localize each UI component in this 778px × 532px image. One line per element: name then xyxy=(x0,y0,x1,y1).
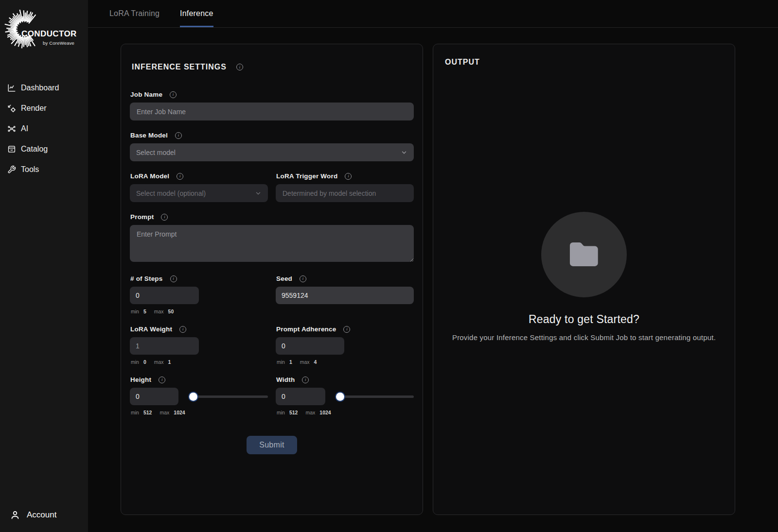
lora-model-info-icon[interactable]: i xyxy=(177,173,183,180)
chevron-down-icon xyxy=(401,149,407,156)
seed-label: Seed xyxy=(276,275,292,282)
folder-icon xyxy=(564,235,604,275)
sidebar-item-label: Render xyxy=(21,104,46,113)
height-info-icon[interactable]: i xyxy=(159,377,165,383)
steps-minmax: min 5 max 50 xyxy=(130,309,268,314)
height-max-value: 1024 xyxy=(174,410,185,415)
max-label: max xyxy=(305,410,315,415)
settings-form: Job Name i Base Model i Select model xyxy=(130,91,414,454)
max-label: max xyxy=(154,309,164,314)
lora-trigger-word-input[interactable] xyxy=(276,184,414,202)
sidebar-item-label: Catalog xyxy=(21,145,48,154)
sidebar-item-catalog[interactable]: Catalog xyxy=(0,139,88,159)
base-model-info-icon[interactable]: i xyxy=(175,132,182,139)
prompt-adherence-info-icon[interactable]: i xyxy=(343,326,350,333)
base-model-select[interactable]: Select model xyxy=(130,143,414,161)
account-button[interactable]: Account xyxy=(0,501,88,532)
height-slider-track[interactable] xyxy=(189,395,268,398)
sidebar-item-tools[interactable]: Tools xyxy=(0,159,88,180)
min-label: min xyxy=(277,359,285,365)
steps-input[interactable] xyxy=(130,287,199,304)
width-slider-handle[interactable] xyxy=(336,393,344,401)
sidebar-item-label: Tools xyxy=(21,165,39,174)
main-area: LoRA Training Inference INFERENCE SETTIN… xyxy=(88,0,778,532)
logo-subtitle: by CoreWeave xyxy=(43,40,77,46)
width-input[interactable] xyxy=(276,388,325,405)
min-label: min xyxy=(277,410,285,415)
prompt-adherence-minmax: min 1 max 4 xyxy=(276,359,414,365)
lora-model-select-value: Select model (optional) xyxy=(136,189,206,197)
steps-min-value: 5 xyxy=(143,309,146,314)
lora-trigger-word-label: LoRA Trigger Word xyxy=(276,172,337,180)
conductor-logo: CONDUCTOR by CoreWeave xyxy=(0,0,88,67)
height-min-value: 512 xyxy=(143,410,152,415)
width-max-value: 1024 xyxy=(319,410,331,415)
account-label: Account xyxy=(27,510,56,520)
height-slider-handle[interactable] xyxy=(189,393,197,401)
steps-label: # of Steps xyxy=(130,275,163,282)
sidebar-item-label: AI xyxy=(21,124,28,133)
sidebar-nav: Dashboard Render AI Catalog Tools xyxy=(0,78,88,180)
lora-weight-min-value: 0 xyxy=(143,359,146,365)
max-label: max xyxy=(159,410,169,415)
min-label: min xyxy=(131,410,139,415)
steps-max-value: 50 xyxy=(168,309,174,314)
sidebar-item-ai[interactable]: AI xyxy=(0,119,88,139)
width-slider[interactable] xyxy=(336,392,414,401)
min-label: min xyxy=(131,309,139,314)
lora-model-select[interactable]: Select model (optional) xyxy=(130,184,268,202)
width-minmax: min 512 max 1024 xyxy=(276,410,414,415)
lora-model-label: LoRA Model xyxy=(130,172,169,180)
account-person-icon xyxy=(10,510,20,520)
content: INFERENCE SETTINGS i Job Name i Base Mod… xyxy=(88,28,778,532)
width-label: Width xyxy=(276,376,295,383)
ai-network-icon xyxy=(7,124,16,133)
empty-state-description: Provide your Inference Settings and clic… xyxy=(452,333,716,342)
sidebar: CONDUCTOR by CoreWeave Dashboard Render … xyxy=(0,0,88,532)
settings-info-icon[interactable]: i xyxy=(236,64,243,70)
inference-settings-panel: INFERENCE SETTINGS i Job Name i Base Mod… xyxy=(121,44,423,515)
width-info-icon[interactable]: i xyxy=(302,377,309,383)
sidebar-item-dashboard[interactable]: Dashboard xyxy=(0,78,88,98)
lora-weight-input[interactable] xyxy=(130,337,199,355)
prompt-adherence-max-value: 4 xyxy=(314,359,317,365)
sidebar-item-render[interactable]: Render xyxy=(0,98,88,119)
tab-lora-training[interactable]: LoRA Training xyxy=(109,0,159,27)
seed-input[interactable] xyxy=(276,287,414,304)
steps-info-icon[interactable]: i xyxy=(170,275,177,282)
lora-weight-max-value: 1 xyxy=(168,359,171,365)
dashboard-chart-icon xyxy=(7,84,16,92)
render-icon xyxy=(7,104,16,113)
output-empty-state: Ready to get Started? Provide your Infer… xyxy=(445,52,723,501)
base-model-label: Base Model xyxy=(130,132,168,139)
prompt-adherence-label: Prompt Adherence xyxy=(276,326,336,333)
lora-weight-label: LoRA Weight xyxy=(130,326,172,333)
empty-state-heading: Ready to get Started? xyxy=(529,313,639,326)
max-label: max xyxy=(300,359,310,365)
lora-weight-info-icon[interactable]: i xyxy=(179,326,186,333)
tab-bar: LoRA Training Inference xyxy=(88,0,778,28)
height-slider[interactable] xyxy=(189,392,268,401)
max-label: max xyxy=(154,359,164,365)
prompt-adherence-min-value: 1 xyxy=(289,359,292,365)
base-model-select-value: Select model xyxy=(136,149,176,156)
settings-title: INFERENCE SETTINGS xyxy=(132,63,227,71)
prompt-adherence-input[interactable] xyxy=(276,337,344,355)
tab-inference[interactable]: Inference xyxy=(180,0,213,27)
prompt-textarea[interactable] xyxy=(130,225,414,262)
sidebar-item-label: Dashboard xyxy=(21,84,59,92)
job-name-info-icon[interactable]: i xyxy=(170,91,177,98)
submit-button[interactable]: Submit xyxy=(247,436,297,454)
job-name-input[interactable] xyxy=(130,103,414,120)
lora-trigger-word-info-icon[interactable]: i xyxy=(345,173,352,180)
width-slider-track[interactable] xyxy=(336,395,414,398)
job-name-label: Job Name xyxy=(130,91,162,98)
height-label: Height xyxy=(130,376,151,383)
height-minmax: min 512 max 1024 xyxy=(130,410,268,415)
height-input[interactable] xyxy=(130,388,178,405)
prompt-info-icon[interactable]: i xyxy=(161,214,168,221)
prompt-label: Prompt xyxy=(130,213,154,221)
lora-weight-minmax: min 0 max 1 xyxy=(130,359,268,365)
seed-info-icon[interactable]: i xyxy=(300,275,306,282)
min-label: min xyxy=(131,359,139,365)
